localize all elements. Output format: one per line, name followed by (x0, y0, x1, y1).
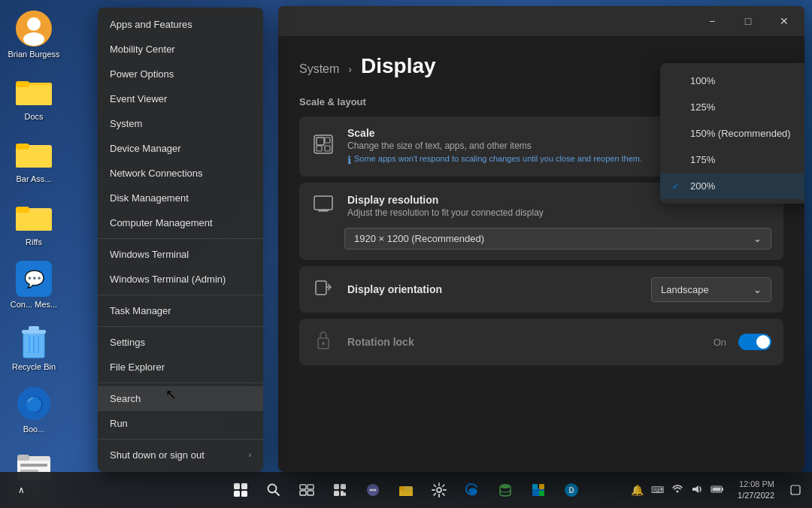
taskbar-file-explorer-button[interactable] (391, 475, 421, 505)
menu-item-file-explorer[interactable]: File Explorer (98, 355, 263, 379)
menu-item-task-manager[interactable]: Task Manager (98, 298, 263, 323)
maximize-button[interactable]: □ (731, 9, 765, 33)
widgets-button[interactable] (325, 475, 355, 505)
orientation-control: Landscape ⌄ (651, 277, 771, 302)
menu-item-mobility-center[interactable]: Mobility Center (98, 37, 263, 62)
menu-separator (98, 383, 263, 383)
svg-rect-37 (325, 138, 330, 143)
svg-rect-66 (399, 489, 413, 496)
taskbar-edge-button[interactable] (457, 475, 487, 505)
taskbar-settings-button[interactable] (424, 475, 454, 505)
scale-dropdown: 100% 125% 150% (Recommended) 175% ✓ 200% (660, 63, 804, 204)
tray-battery-icon[interactable] (707, 483, 727, 497)
menu-item-windows-terminal-admin[interactable]: Windows Terminal (Admin) (98, 267, 263, 292)
scale-option-label: 100% (690, 75, 715, 86)
svg-rect-5 (16, 86, 52, 105)
svg-rect-47 (241, 483, 247, 489)
menu-item-settings[interactable]: Settings (98, 330, 263, 355)
svg-rect-26 (20, 464, 47, 467)
scale-option-label: 175% (690, 154, 715, 165)
desktop-icon-boomerang[interactable]: 🔵 Boo... (4, 383, 64, 437)
svg-point-76 (677, 490, 679, 492)
tray-keyboard-icon[interactable]: ⌨ (648, 483, 667, 497)
svg-point-62 (370, 489, 372, 491)
taskbar-search-button[interactable] (259, 475, 289, 505)
menu-separator (98, 439, 263, 440)
resolution-dropdown[interactable]: 1920 × 1200 (Recommended) ⌄ (344, 228, 771, 249)
orientation-icon (311, 277, 335, 302)
svg-rect-59 (341, 491, 344, 496)
rotation-toggle-container: On (714, 334, 771, 350)
page-title: Display (361, 54, 436, 78)
taskbar-dell-button[interactable]: D (556, 475, 586, 505)
scale-option-125[interactable]: 125% (660, 94, 804, 120)
toggle-on-label: On (714, 337, 726, 348)
minimize-button[interactable]: − (695, 9, 729, 33)
desktop-icon-connections[interactable]: 💬 Con... Mes... (4, 258, 64, 313)
menu-item-run[interactable]: Run (98, 411, 263, 436)
menu-item-power-options[interactable]: Power Options (98, 62, 263, 86)
menu-item-event-viewer[interactable]: Event Viewer (98, 86, 263, 111)
tray-network-icon[interactable] (668, 482, 686, 498)
chat-button[interactable] (358, 475, 388, 505)
settings-window: − □ ✕ System › Display Scale & layout (278, 6, 804, 472)
folder-icon (16, 73, 52, 109)
svg-rect-80 (722, 488, 723, 491)
svg-rect-11 (16, 211, 52, 231)
menu-item-search[interactable]: Search (98, 386, 263, 411)
svg-rect-72 (539, 484, 544, 489)
menu-item-network-connections[interactable]: Network Connections (98, 161, 263, 186)
task-view-button[interactable] (292, 475, 322, 505)
app-icon: 🔵 (16, 386, 52, 422)
menu-item-label: Windows Terminal (110, 249, 189, 260)
taskbar-db-button[interactable] (490, 475, 520, 505)
system-tray-chevron[interactable]: ∧ (6, 475, 36, 505)
clock-time: 12:08 PM (738, 479, 774, 490)
menu-item-windows-terminal[interactable]: Windows Terminal (98, 242, 263, 267)
start-button[interactable] (226, 475, 256, 505)
scale-option-150[interactable]: 150% (Recommended) (660, 120, 804, 147)
window-titlebar: − □ ✕ (278, 6, 804, 36)
desktop-icon-bar-association[interactable]: Bar Ass... (4, 132, 64, 187)
menu-item-apps-features[interactable]: Apps and Features (98, 12, 263, 37)
desktop-icon-brian-burgess[interactable]: Brian Burgess (4, 8, 64, 62)
menu-item-disk-management[interactable]: Disk Management (98, 186, 263, 210)
orientation-dropdown[interactable]: Landscape ⌄ (651, 277, 771, 302)
desktop-icon-recycle-bin[interactable]: Recycle Bin (4, 320, 64, 375)
tray-volume-icon[interactable] (688, 482, 706, 498)
scale-option-200[interactable]: ✓ 200% (660, 173, 804, 199)
orientation-value: Landscape (661, 284, 709, 295)
menu-separator (98, 326, 263, 327)
menu-item-label: Device Manager (110, 143, 181, 154)
svg-text:D: D (568, 486, 574, 494)
menu-item-label: Task Manager (110, 305, 171, 316)
svg-rect-60 (344, 492, 346, 496)
notification-center-button[interactable] (785, 475, 806, 505)
svg-rect-53 (308, 485, 314, 489)
svg-rect-73 (539, 491, 544, 496)
close-button[interactable]: ✕ (767, 9, 801, 33)
svg-marker-77 (692, 485, 698, 493)
toggle-thumb (756, 335, 770, 349)
scale-option-175[interactable]: 175% (660, 147, 804, 173)
tray-notification-icon[interactable]: 🔔 (628, 482, 647, 497)
svg-rect-17 (29, 326, 39, 331)
menu-item-label: Run (110, 418, 128, 429)
taskbar-app-icons: D (226, 475, 586, 505)
orientation-text: Display orientation (347, 283, 639, 295)
breadcrumb-parent[interactable]: System (299, 62, 339, 76)
taskbar-clock[interactable]: 12:08 PM 1/27/2022 (733, 477, 779, 503)
desktop-icon-riffs[interactable]: Riffs (4, 195, 64, 250)
svg-rect-56 (334, 484, 339, 489)
lock-icon (311, 329, 335, 355)
desktop-icon-docs[interactable]: Docs (4, 70, 64, 125)
scale-option-100[interactable]: 100% (660, 68, 804, 94)
menu-item-computer-management[interactable]: Computer Management (98, 210, 263, 235)
orientation-row: Display orientation Landscape ⌄ (311, 277, 771, 302)
taskbar-store-button[interactable] (523, 475, 553, 505)
menu-item-shutdown[interactable]: Shut down or sign out › (98, 443, 263, 467)
menu-item-device-manager[interactable]: Device Manager (98, 136, 263, 161)
rotation-lock-toggle[interactable] (738, 334, 771, 350)
svg-rect-36 (317, 138, 324, 145)
menu-item-system[interactable]: System (98, 111, 263, 136)
